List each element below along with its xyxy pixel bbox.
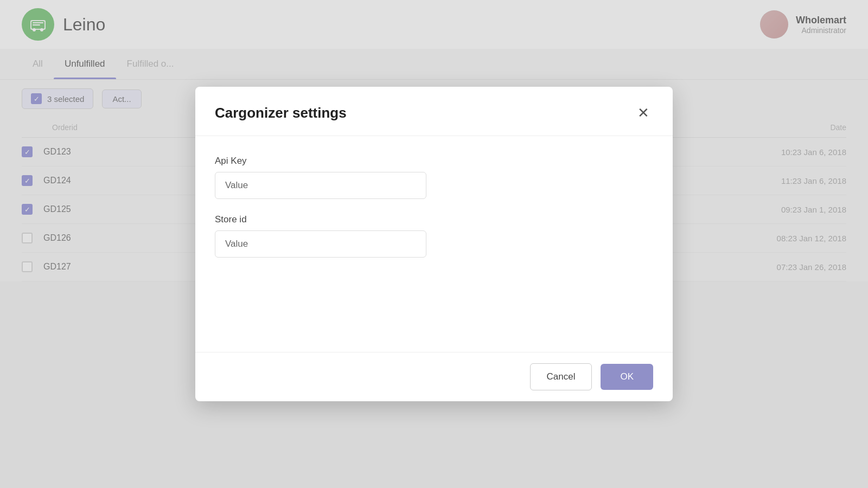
api-key-group: Api Key [215, 156, 653, 199]
modal-overlay: Cargonizer settings ✕ Api Key Store id C… [0, 0, 868, 488]
store-id-group: Store id [215, 214, 653, 258]
modal-title: Cargonizer settings [215, 105, 347, 121]
modal-body: Api Key Store id [195, 136, 673, 352]
api-key-input[interactable] [215, 172, 426, 199]
store-id-label: Store id [215, 214, 653, 225]
cancel-button[interactable]: Cancel [530, 363, 592, 390]
modal-header: Cargonizer settings ✕ [195, 87, 673, 136]
ok-button[interactable]: OK [601, 364, 653, 390]
modal-close-button[interactable]: ✕ [634, 103, 653, 123]
cargonizer-settings-modal: Cargonizer settings ✕ Api Key Store id C… [195, 87, 673, 401]
store-id-input[interactable] [215, 230, 426, 258]
modal-footer: Cancel OK [195, 352, 673, 401]
api-key-label: Api Key [215, 156, 653, 166]
